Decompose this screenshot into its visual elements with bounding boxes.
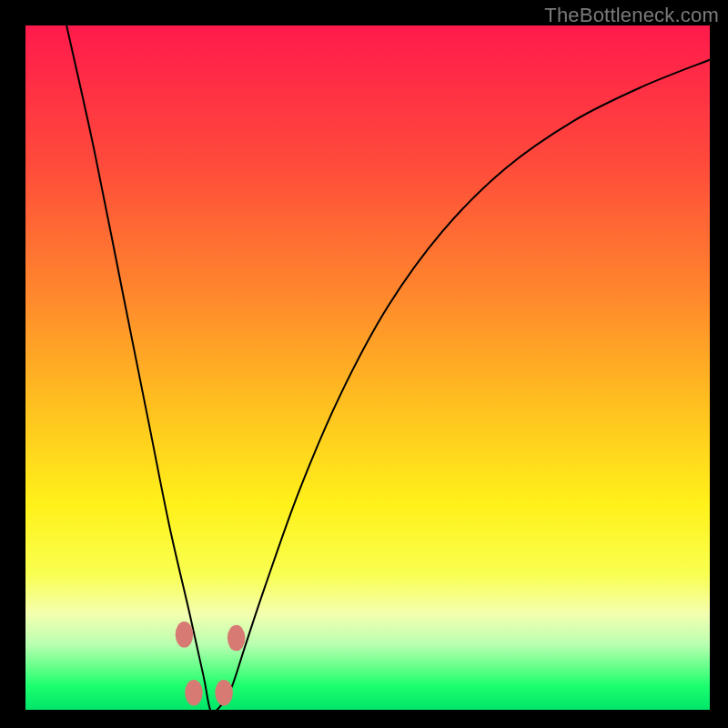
chart-canvas: TheBottleneck.com xyxy=(0,0,728,728)
marker-point xyxy=(228,625,246,652)
marker-point xyxy=(176,622,194,648)
watermark-text: TheBottleneck.com xyxy=(544,4,719,27)
marker-point xyxy=(215,680,233,706)
highlight-markers xyxy=(176,622,246,705)
plot-area xyxy=(25,25,710,710)
marker-point xyxy=(185,680,203,706)
curve-layer xyxy=(25,25,710,710)
bottleneck-curve xyxy=(66,25,710,710)
